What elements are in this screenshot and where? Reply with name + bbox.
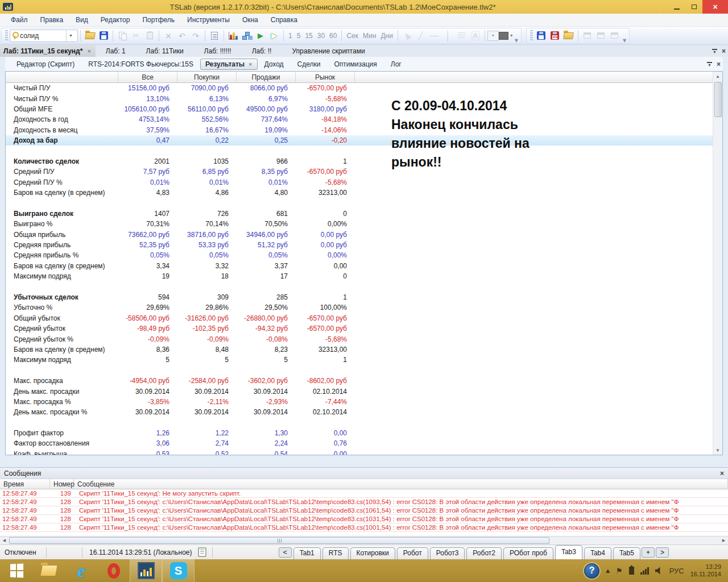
message-row[interactable]: 12:58:27.49139Скрипт '11Тики_15 секунд':… (0, 489, 728, 498)
column-header-number[interactable]: Номер (50, 479, 74, 489)
table-row[interactable]: Средний убыток %-0,09%-0,09%-0,08%-5,68% (6, 334, 722, 344)
doc-tab[interactable]: Доход (258, 59, 291, 69)
table-row[interactable] (6, 418, 722, 428)
layout-window-button-3[interactable] (608, 29, 622, 43)
save-as-button[interactable] (548, 29, 562, 43)
bottom-tab[interactable]: РОбот проб (503, 547, 553, 559)
table-row[interactable]: Баров на сделку (в среднем)4,834,864,803… (6, 188, 722, 198)
unit-button[interactable]: Сек (344, 32, 361, 40)
vline-tool-button[interactable]: │ (441, 29, 455, 43)
table-row[interactable]: Фактор восстановления3,062,742,240,76 (6, 438, 722, 448)
table-row[interactable]: Коэф. выигрыша0,530,520,540,00 (6, 449, 722, 455)
doc-tab[interactable]: Редактор (Скрипт) (10, 59, 81, 69)
help-tray-icon[interactable]: ? (584, 563, 599, 579)
redo-button[interactable]: ↷ (189, 29, 202, 43)
table-row[interactable]: Доходность в год4753,14%552,56%737,64%-8… (6, 114, 722, 124)
battery-icon[interactable] (629, 567, 634, 575)
scroll-right-icon[interactable]: ▶ (719, 537, 728, 544)
show-hidden-icons[interactable]: ▲ (606, 568, 610, 573)
taskbar-internet-explorer[interactable]: e (65, 559, 97, 582)
close-button[interactable]: × (702, 0, 728, 14)
table-row[interactable]: Выиграно %70,31%70,14%70,50%0,00% (6, 219, 722, 229)
horizontal-scrollbar[interactable]: ◀ ▶ (0, 536, 728, 544)
start-button[interactable] (0, 559, 32, 582)
vertical-scrollbar[interactable]: ▲ ▼ (713, 72, 722, 455)
message-row[interactable]: 12:58:27.49128Скрипт '11Тики_15 секунд':… (0, 498, 728, 506)
bottom-tab[interactable]: Tab5 (613, 547, 640, 559)
timeframe-button[interactable]: 60 (327, 32, 339, 40)
doc-tab[interactable]: Сделки (291, 59, 328, 69)
table-row[interactable]: Средний П/У7,57 руб6,85 руб8,35 руб-6570… (6, 167, 722, 177)
table-row[interactable]: Убыточно %29,69%29,86%29,50%100,00% (6, 302, 722, 313)
taskbar-opera[interactable] (97, 559, 130, 582)
table-row[interactable]: Убыточных сделок5943092851 (6, 292, 722, 302)
timeframe-button[interactable]: 5 (295, 32, 303, 40)
table-row[interactable]: Максимум подряд1918170 (6, 271, 722, 281)
lab-tab[interactable]: Лаб: 11Тики_15 секунд*× (0, 45, 96, 57)
save-all-button[interactable] (535, 29, 548, 43)
calendar-icon[interactable] (198, 547, 206, 557)
fibo-tool-button[interactable] (455, 29, 469, 43)
lab-tab[interactable]: Лаб: !!!!!! (194, 45, 242, 57)
unit-button[interactable]: Дни (378, 32, 395, 40)
script-properties-button[interactable] (208, 29, 221, 43)
paste-button[interactable] (143, 29, 156, 43)
menu-item[interactable]: Вид (69, 14, 94, 26)
table-row[interactable]: Средний убыток-98,49 руб-102,35 руб-94,3… (6, 323, 722, 334)
toolbar-grip[interactable] (5, 30, 8, 41)
table-row[interactable] (6, 146, 722, 156)
taskbar-skype[interactable]: S (162, 559, 195, 582)
close-icon[interactable]: × (249, 61, 252, 68)
table-row[interactable]: Средняя прибыль52,35 руб53,33 руб51,32 р… (6, 240, 722, 250)
table-row[interactable]: Доход за бар0,470,220,25-0,20 (6, 135, 722, 146)
bottom-tab[interactable]: Котировки (350, 547, 395, 559)
table-row[interactable]: День макс. просадки %30.09.201430.09.201… (6, 407, 722, 417)
scrollbar-thumb[interactable] (9, 537, 549, 544)
doc-tab[interactable]: RTS-2014:FORTS Фьючерсы:15S (81, 59, 200, 69)
line-style-combobox[interactable]: ▼ (487, 31, 499, 41)
doc-tab[interactable]: Лог (384, 59, 408, 69)
bottom-tab[interactable]: Tab4 (584, 547, 611, 559)
script-scheme-button[interactable] (240, 29, 254, 43)
lab-tab[interactable]: Лаб: 11Тики (136, 45, 194, 57)
trendline-tool-button[interactable]: ╱ (414, 29, 428, 43)
unit-button[interactable]: Мин (361, 32, 378, 40)
column-header-time[interactable]: Время (0, 479, 50, 489)
table-row[interactable]: Доходность в месяц37,59%16,67%19,09%-14,… (6, 125, 722, 135)
table-row[interactable]: Макс. просадка %-3,85%-2,11%-2,93%-7,44% (6, 397, 722, 407)
auto-hide-icon[interactable]: ▼ (707, 62, 712, 66)
doc-tab[interactable]: Оптимизация (328, 59, 384, 69)
chart-button[interactable] (226, 29, 240, 43)
column-header[interactable]: Продажи (236, 72, 295, 82)
menu-item[interactable]: Редактор (94, 14, 136, 26)
column-header-message[interactable]: Сообщение (74, 479, 728, 489)
layout-window-button-2[interactable] (594, 29, 608, 43)
delete-button[interactable]: × (162, 29, 175, 43)
toolbar-grip[interactable] (530, 30, 533, 41)
hline-tool-button[interactable]: — (428, 29, 441, 43)
menu-item[interactable]: Файл (5, 14, 34, 26)
menu-item[interactable]: Правка (34, 14, 70, 26)
run-button[interactable]: ▶ (254, 29, 267, 43)
timeframe-button[interactable]: 1 (286, 32, 295, 40)
column-header[interactable]: Все (118, 72, 177, 82)
table-row[interactable]: Максимум подряд5551 (6, 355, 722, 365)
color-picker-button[interactable]: ▼ (499, 29, 514, 43)
cut-button[interactable]: ✂ (129, 29, 143, 43)
auto-hide-icon[interactable]: ▼ (712, 49, 717, 53)
lab-tab[interactable]: Управление скриптами (282, 45, 375, 57)
table-row[interactable]: Выиграно сделок14077266810 (6, 209, 722, 219)
taskbar-clock[interactable]: 13:29 16.11.2014 (690, 563, 721, 578)
language-indicator[interactable]: РУС (669, 567, 684, 575)
doc-tab[interactable]: Результаты× (200, 59, 258, 70)
layout-window-button-1[interactable] (581, 29, 594, 43)
column-header[interactable]: Покупки (177, 72, 236, 82)
restore-button[interactable] (685, 0, 702, 14)
message-row[interactable]: 12:58:27.49128Скрипт '11Тики_15 секунд':… (0, 523, 728, 532)
table-row[interactable]: Баров на сделку (в среднем)8,368,488,233… (6, 344, 722, 355)
close-icon[interactable]: × (87, 48, 90, 55)
table-row[interactable]: Общая прибыль73662,00 руб38716,00 руб349… (6, 229, 722, 239)
account-combobox[interactable]: солид ▼ (10, 30, 78, 42)
save-button[interactable] (97, 29, 110, 43)
scroll-left-icon[interactable]: ◀ (0, 537, 9, 544)
